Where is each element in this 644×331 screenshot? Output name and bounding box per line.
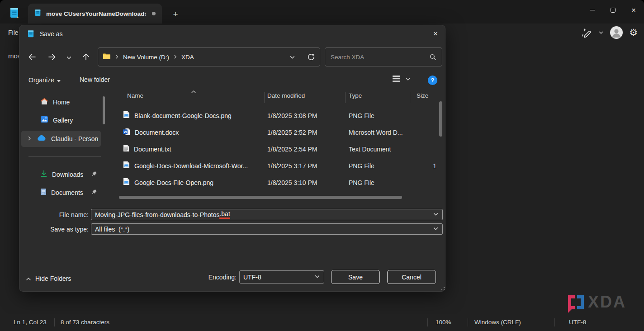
save-as-dialog: Save as × New Volume (D:) XDA — [19, 25, 445, 292]
status-encoding[interactable]: UTF-8 — [569, 319, 586, 326]
back-icon — [28, 52, 37, 61]
tab-title: move CUsersYourNameDownloads. — [46, 10, 146, 17]
rewrite-dropdown-chevron-icon[interactable] — [598, 30, 604, 35]
new-folder-button[interactable]: New folder — [80, 76, 110, 83]
png-file-icon — [123, 178, 130, 187]
notepad-window: move CUsersYourNameDownloads. + × File ⚙… — [0, 0, 644, 331]
breadcrumb-folder[interactable]: XDA — [181, 54, 194, 61]
address-bar[interactable]: New Volume (D:) XDA — [98, 47, 320, 66]
png-file-icon — [123, 111, 130, 120]
search-input[interactable]: Search XDA — [325, 47, 442, 66]
breadcrumb-chevron-icon — [173, 53, 178, 61]
hide-folders-chevron-icon — [26, 274, 31, 283]
expand-chevron-icon[interactable] — [27, 135, 32, 143]
dialog-close-button[interactable]: × — [428, 27, 443, 41]
help-button[interactable]: ? — [428, 76, 437, 85]
save-as-type-select[interactable]: All files (*.*) — [91, 223, 443, 235]
breadcrumb-drive[interactable]: New Volume (D:) — [123, 54, 169, 61]
pin-icon — [91, 189, 97, 197]
sidebar-item-documents[interactable]: Documents — [21, 185, 101, 200]
documents-icon — [40, 188, 47, 197]
column-header-date-modified[interactable]: Date modified — [267, 92, 305, 99]
save-as-type-dropdown-chevron-icon[interactable] — [433, 226, 439, 233]
sidebar-item-gallery[interactable]: Gallery — [21, 113, 101, 128]
file-name-dropdown-chevron-icon[interactable] — [433, 211, 439, 218]
file-row[interactable]: Google-Docs-File-Open.png 1/8/2025 3:10 … — [117, 174, 439, 191]
file-menu[interactable]: File — [8, 29, 19, 36]
recent-locations-button[interactable] — [63, 52, 75, 63]
title-bar: move CUsersYourNameDownloads. + × — [0, 0, 644, 24]
file-name-value: Moving-JPG-files-from-downloads-to-Photo… — [95, 211, 219, 218]
address-dropdown-chevron-icon[interactable] — [289, 54, 295, 60]
sidebar-separator — [28, 156, 101, 157]
sidebar-scrollbar[interactable] — [103, 96, 105, 124]
minimize-button[interactable] — [582, 0, 602, 20]
column-header-name[interactable]: Name — [127, 92, 143, 99]
xda-left-bracket-icon — [568, 295, 575, 309]
maximize-button[interactable] — [602, 0, 623, 20]
forward-icon — [47, 52, 57, 61]
view-dropdown-chevron-icon[interactable] — [405, 76, 411, 84]
up-button[interactable] — [79, 50, 93, 64]
document-tab[interactable]: move CUsersYourNameDownloads. — [28, 4, 162, 24]
refresh-icon — [307, 53, 315, 61]
file-row[interactable]: Document.txt 1/8/2025 2:54 PM Text Docum… — [117, 141, 439, 157]
save-as-type-label: Save as type: — [38, 226, 89, 233]
view-details-icon[interactable] — [392, 75, 400, 84]
account-avatar[interactable] — [610, 26, 623, 39]
file-name-label: File name: — [38, 211, 89, 218]
file-list-horizontal-scrollbar[interactable] — [119, 196, 402, 199]
hide-folders-button[interactable]: Hide Folders — [26, 274, 71, 283]
sidebar-item-downloads[interactable]: Downloads — [21, 167, 101, 182]
organize-dropdown-caret-icon — [57, 76, 61, 84]
word-file-icon: W — [123, 128, 130, 137]
pin-icon — [91, 170, 97, 179]
file-row[interactable]: W Document.docx 1/8/2025 2:52 PM Microso… — [117, 124, 439, 141]
xda-wordmark: XDA — [588, 294, 626, 310]
new-tab-button[interactable]: + — [169, 8, 182, 21]
settings-gear-icon[interactable]: ⚙ — [629, 28, 638, 38]
save-button[interactable]: Save — [331, 270, 380, 284]
file-row[interactable]: Google-Docs-Download-Microsoft-Wor... 1/… — [117, 157, 439, 174]
forward-button[interactable] — [45, 50, 59, 64]
cancel-button[interactable]: Cancel — [387, 270, 436, 284]
encoding-value: UTF-8 — [243, 274, 261, 281]
search-placeholder: Search XDA — [331, 54, 364, 61]
zoom-level[interactable]: 100% — [436, 319, 451, 326]
xda-right-bracket-icon — [577, 295, 584, 309]
cursor-position: Ln 1, Col 23 — [14, 319, 47, 326]
dialog-notepad-icon — [27, 29, 35, 40]
save-as-type-value: All files (*.*) — [95, 226, 129, 233]
refresh-button[interactable] — [307, 53, 315, 61]
breadcrumb-chevron-icon — [114, 53, 119, 61]
character-count: 8 of 73 characters — [61, 319, 109, 326]
resize-grip[interactable] — [439, 285, 445, 290]
home-icon — [40, 98, 48, 107]
rewrite-ai-icon[interactable] — [581, 27, 592, 38]
up-icon — [81, 52, 90, 61]
file-list-vertical-scrollbar[interactable] — [439, 101, 442, 137]
encoding-select[interactable]: UTF-8 — [239, 270, 324, 284]
organize-button[interactable]: Organize — [28, 76, 61, 84]
onedrive-icon — [37, 135, 47, 143]
line-ending[interactable]: Windows (CRLF) — [474, 319, 521, 326]
back-button[interactable] — [25, 50, 39, 64]
file-row[interactable]: Blank-document-Google-Docs.png 1/8/2025 … — [117, 107, 439, 124]
encoding-dropdown-chevron-icon[interactable] — [314, 274, 320, 281]
dialog-title: Save as — [40, 30, 63, 38]
sidebar-item-onedrive[interactable]: Claudiu - Person — [21, 131, 101, 147]
tab-notepad-icon — [34, 9, 42, 19]
unsaved-changes-dot — [152, 12, 156, 15]
sort-ascending-chevron-icon — [191, 87, 196, 95]
downloads-icon — [40, 170, 47, 179]
column-header-size[interactable]: Size — [417, 92, 428, 99]
file-name-input[interactable]: Moving-JPG-files-from-downloads-to-Photo… — [91, 209, 443, 220]
close-window-button[interactable]: × — [623, 0, 644, 20]
column-header-type[interactable]: Type — [349, 92, 362, 99]
sidebar-item-home[interactable]: Home — [21, 95, 101, 110]
maximize-icon — [611, 8, 616, 13]
notepad-app-icon — [9, 7, 20, 20]
file-name-extension: .bat — [219, 210, 230, 219]
xda-logo: XDA — [568, 294, 626, 310]
encoding-label: Encoding: — [200, 274, 237, 281]
